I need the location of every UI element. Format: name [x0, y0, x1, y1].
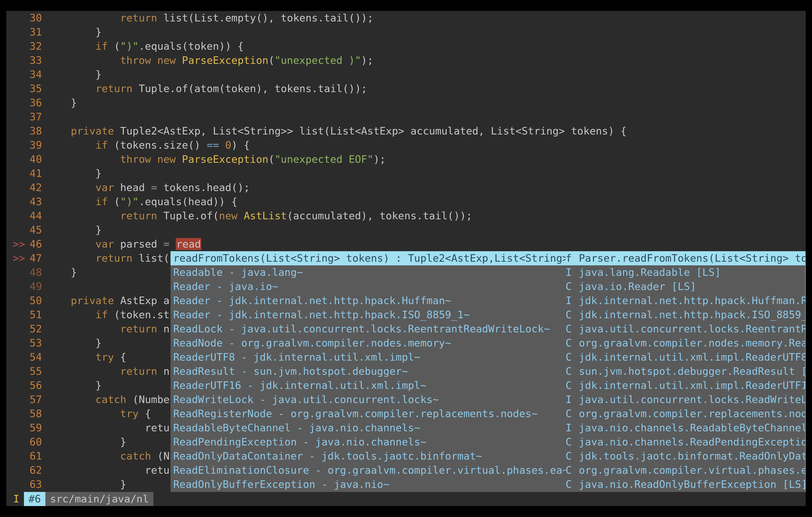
completion-label: Readable - java.lang~ [173, 265, 566, 280]
sign-column [6, 223, 27, 237]
code-line[interactable]: 39 if (tokens.size() == 0) { [6, 138, 806, 152]
code-text[interactable]: var head = tokens.head(); [46, 180, 806, 195]
line-number: 42 [27, 180, 46, 195]
code-text[interactable]: } [46, 67, 806, 82]
completion-detail: jdk.internal.util.xml.impl.ReaderUTF16 [ [579, 378, 805, 393]
code-line[interactable]: 43 if (")".equals(head)) { [6, 195, 806, 209]
line-number: 59 [27, 421, 46, 435]
completion-item[interactable]: Reader - java.io~Cjava.io.Reader [LS] [171, 280, 805, 294]
sign-column [6, 82, 27, 96]
code-area[interactable]: 30 return list(List.empty(), tokens.tail… [6, 11, 806, 492]
line-number: 60 [27, 435, 46, 449]
completion-item[interactable]: ReadOnlyTableCellEditor - sun.tools.jcon… [171, 491, 805, 492]
completion-popup[interactable]: readFromTokens(List<String> tokens) : Tu… [171, 251, 806, 492]
completion-detail: jdk.tools.jaotc.binformat.ReadOnlyDataCo [579, 449, 805, 463]
completion-detail: java.nio.channels.ReadPendingException [ [579, 435, 805, 449]
code-line[interactable]: 32 if (")".equals(token)) { [6, 39, 806, 53]
code-text[interactable]: } [46, 223, 806, 237]
sign-column [6, 39, 27, 53]
code-line[interactable]: >>46 var parsed = read [6, 237, 806, 251]
completion-detail: jdk.internal.net.http.hpack.Huffman.Read [579, 294, 805, 308]
sign-column [6, 195, 27, 209]
completion-item[interactable]: Reader - jdk.internal.net.http.hpack.ISO… [171, 308, 805, 322]
code-line[interactable]: 35 return Tuple.of(atom(token), tokens.t… [6, 82, 806, 96]
code-text[interactable]: } [46, 25, 806, 39]
completion-item[interactable]: ReaderUTF16 - jdk.internal.util.xml.impl… [171, 378, 805, 393]
completion-detail: org.graalvm.compiler.virtual.phases.ea.R [579, 463, 805, 477]
code-text[interactable]: throw new ParseException("unexpected )")… [46, 53, 806, 67]
code-text[interactable]: private Tuple2<AstExp, List<String>> lis… [46, 124, 806, 138]
completion-item[interactable]: Reader - jdk.internal.net.http.hpack.Huf… [171, 294, 805, 308]
completion-item[interactable]: Readable - java.lang~Ijava.lang.Readable… [171, 265, 805, 280]
code-text[interactable]: if (tokens.size() == 0) { [46, 138, 806, 152]
completion-item[interactable]: ReadNode - org.graalvm.compiler.nodes.me… [171, 336, 805, 350]
sign-column [6, 435, 27, 449]
code-line[interactable]: 31 } [6, 25, 806, 39]
code-text[interactable]: } [46, 96, 806, 110]
completion-item[interactable]: ReadResult - sun.jvm.hotspot.debugger~Cs… [171, 364, 805, 378]
completion-item[interactable]: ReadOnlyDataContainer - jdk.tools.jaotc.… [171, 449, 805, 463]
code-text[interactable]: } [46, 166, 806, 180]
completion-item[interactable]: ReadRegisterNode - org.graalvm.compiler.… [171, 407, 805, 421]
completion-detail: sun.tools.jconsole.inspector.Utils.ReadO [579, 491, 805, 492]
code-line[interactable]: 42 var head = tokens.head(); [6, 180, 806, 195]
line-number: 55 [27, 364, 46, 378]
completion-item[interactable]: ReaderUTF8 - jdk.internal.util.xml.impl~… [171, 350, 805, 364]
line-number: 33 [27, 53, 46, 67]
line-number: 31 [27, 25, 46, 39]
completion-item[interactable]: ReadLock - java.util.concurrent.locks.Re… [171, 322, 805, 336]
completion-kind: I [566, 265, 579, 280]
sign-column [6, 449, 27, 463]
sign-column [6, 11, 27, 25]
completion-kind: C [566, 350, 579, 364]
code-line[interactable]: 40 throw new ParseException("unexpected … [6, 152, 806, 166]
completion-kind: C [566, 308, 579, 322]
completion-item[interactable]: ReadPendingException - java.nio.channels… [171, 435, 805, 449]
completion-label: Reader - jdk.internal.net.http.hpack.Huf… [173, 294, 566, 308]
line-number: 56 [27, 378, 46, 393]
sign-column [6, 124, 27, 138]
code-text[interactable]: if (")".equals(head)) { [46, 195, 806, 209]
code-line[interactable]: 34 } [6, 67, 806, 82]
code-line[interactable]: 41 } [6, 166, 806, 180]
completion-item[interactable]: ReadEliminationClosure - org.graalvm.com… [171, 463, 805, 477]
completion-kind: I [566, 393, 579, 407]
completion-item[interactable]: readFromTokens(List<String> tokens) : Tu… [171, 251, 805, 265]
code-text[interactable]: return Tuple.of(atom(token), tokens.tail… [46, 82, 806, 96]
sign-column [6, 477, 27, 491]
line-number: 51 [27, 308, 46, 322]
code-line[interactable]: 33 throw new ParseException("unexpected … [6, 53, 806, 67]
buffer-number: #6 [24, 492, 46, 506]
editor-window: 30 return list(List.empty(), tokens.tail… [6, 11, 806, 506]
line-number: 57 [27, 393, 46, 407]
completion-item[interactable]: ReadWriteLock - java.util.concurrent.loc… [171, 393, 805, 407]
sign-column [6, 336, 27, 350]
completion-kind: C [566, 407, 579, 421]
completion-kind: f [566, 251, 579, 265]
completion-kind: C [566, 477, 579, 491]
code-text[interactable]: var parsed = read [46, 237, 806, 251]
code-text[interactable]: return list(List.empty(), tokens.tail())… [46, 11, 806, 25]
completion-item[interactable]: ReadableByteChannel - java.nio.channels~… [171, 421, 805, 435]
code-text[interactable]: if (")".equals(token)) { [46, 39, 806, 53]
completion-item[interactable]: ReadOnlyBufferException - java.nio~Cjava… [171, 477, 805, 491]
code-text[interactable] [46, 110, 806, 124]
code-text[interactable]: throw new ParseException("unexpected EOF… [46, 152, 806, 166]
completion-label: ReadEliminationClosure - org.graalvm.com… [173, 463, 566, 477]
completion-detail: org.graalvm.compiler.replacements.nodes. [579, 407, 805, 421]
completion-kind: C [566, 435, 579, 449]
sign-column [6, 138, 27, 152]
code-line[interactable]: 36 } [6, 96, 806, 110]
code-line[interactable]: 44 return Tuple.of(new AstList(accumulat… [6, 209, 806, 223]
status-bar: I #6 src/main/java/nl [6, 492, 806, 506]
completion-label: ReadLock - java.util.concurrent.locks.Re… [173, 322, 566, 336]
code-line[interactable]: 45 } [6, 223, 806, 237]
completion-label: Reader - jdk.internal.net.http.hpack.ISO… [173, 308, 566, 322]
mode-indicator: I [6, 492, 24, 506]
code-text[interactable]: return Tuple.of(new AstList(accumulated)… [46, 209, 806, 223]
completion-kind: C [566, 322, 579, 336]
code-line[interactable]: 30 return list(List.empty(), tokens.tail… [6, 11, 806, 25]
completion-detail: sun.jvm.hotspot.debugger.ReadResult [LS] [579, 364, 805, 378]
code-line[interactable]: 37 [6, 110, 806, 124]
code-line[interactable]: 38 private Tuple2<AstExp, List<String>> … [6, 124, 806, 138]
